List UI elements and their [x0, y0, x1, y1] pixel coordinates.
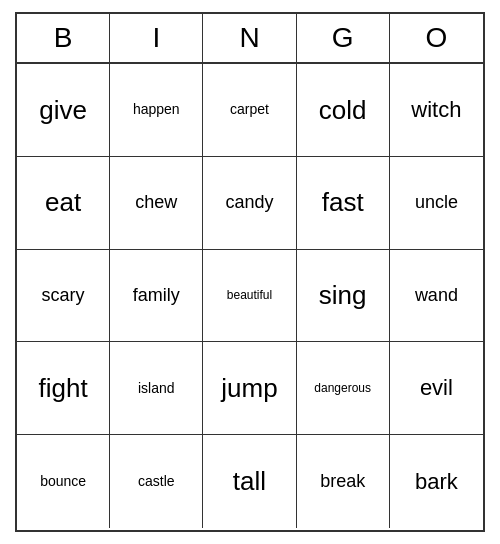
cell-text: happen [133, 102, 180, 117]
bingo-cell: scary [17, 250, 110, 343]
bingo-card: BINGO givehappencarpetcoldwitcheatchewca… [15, 12, 485, 532]
cell-text: dangerous [314, 382, 371, 395]
cell-text: sing [319, 281, 367, 310]
bingo-cell: island [110, 342, 203, 435]
cell-text: carpet [230, 102, 269, 117]
bingo-cell: bark [390, 435, 483, 528]
cell-text: scary [42, 286, 85, 306]
bingo-cell: carpet [203, 64, 296, 157]
bingo-cell: break [297, 435, 390, 528]
bingo-cell: evil [390, 342, 483, 435]
bingo-header: BINGO [17, 14, 483, 64]
header-letter-B: B [17, 14, 110, 62]
cell-text: bark [415, 470, 458, 494]
cell-text: give [39, 96, 87, 125]
bingo-cell: sing [297, 250, 390, 343]
bingo-cell: family [110, 250, 203, 343]
bingo-cell: witch [390, 64, 483, 157]
cell-text: break [320, 472, 365, 492]
cell-text: uncle [415, 193, 458, 213]
cell-text: evil [420, 376, 453, 400]
bingo-grid: givehappencarpetcoldwitcheatchewcandyfas… [17, 64, 483, 528]
bingo-cell: jump [203, 342, 296, 435]
bingo-cell: eat [17, 157, 110, 250]
cell-text: wand [415, 286, 458, 306]
cell-text: island [138, 381, 175, 396]
bingo-cell: candy [203, 157, 296, 250]
cell-text: cold [319, 96, 367, 125]
cell-text: bounce [40, 474, 86, 489]
bingo-cell: give [17, 64, 110, 157]
bingo-cell: wand [390, 250, 483, 343]
cell-text: beautiful [227, 289, 272, 302]
header-letter-N: N [203, 14, 296, 62]
bingo-cell: chew [110, 157, 203, 250]
bingo-cell: cold [297, 64, 390, 157]
cell-text: fight [39, 374, 88, 403]
cell-text: witch [411, 98, 461, 122]
bingo-cell: tall [203, 435, 296, 528]
cell-text: tall [233, 467, 266, 496]
cell-text: chew [135, 193, 177, 213]
cell-text: eat [45, 188, 81, 217]
bingo-cell: dangerous [297, 342, 390, 435]
bingo-cell: happen [110, 64, 203, 157]
cell-text: fast [322, 188, 364, 217]
cell-text: family [133, 286, 180, 306]
bingo-cell: bounce [17, 435, 110, 528]
bingo-cell: fast [297, 157, 390, 250]
cell-text: jump [221, 374, 277, 403]
cell-text: candy [225, 193, 273, 213]
bingo-cell: fight [17, 342, 110, 435]
header-letter-I: I [110, 14, 203, 62]
cell-text: castle [138, 474, 175, 489]
bingo-cell: uncle [390, 157, 483, 250]
header-letter-O: O [390, 14, 483, 62]
bingo-cell: castle [110, 435, 203, 528]
header-letter-G: G [297, 14, 390, 62]
bingo-cell: beautiful [203, 250, 296, 343]
